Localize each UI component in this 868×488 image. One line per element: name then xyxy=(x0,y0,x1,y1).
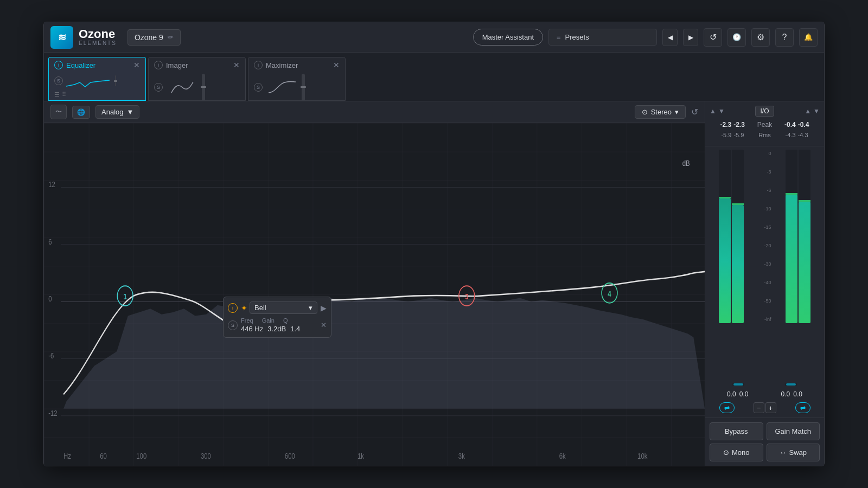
swap-icon: ↔ xyxy=(779,448,786,457)
module-tab-imager[interactable]: i Imager ✕ S ☰ ⠿ xyxy=(148,57,246,101)
stereo-dropdown-icon: ▾ xyxy=(675,108,679,116)
band-popup: i ✦ Bell ▾ ▶ xyxy=(223,297,331,338)
rms-label: Rms xyxy=(758,132,771,138)
rms-in-left-val: -5.9 xyxy=(721,132,731,138)
bypass-button[interactable]: Bypass xyxy=(710,422,763,440)
peak-out-left-val: -0.4 xyxy=(784,121,796,129)
band-dropdown-icon: ▾ xyxy=(309,304,312,312)
module-tab-equalizer[interactable]: i Equalizer ✕ S xyxy=(48,57,146,101)
presets-bar[interactable]: ≡ Presets xyxy=(548,29,657,46)
waveform-view-button[interactable]: 〜 xyxy=(50,105,67,119)
meter-in-left xyxy=(719,150,731,323)
freq-label: Freq xyxy=(241,317,253,324)
q-label: Q xyxy=(283,317,288,324)
svg-text:600: 600 xyxy=(285,451,295,460)
prev-preset-button[interactable]: ◀ xyxy=(662,29,678,46)
gain-value: 3.2dB xyxy=(267,325,286,333)
presets-label: Presets xyxy=(565,33,589,41)
waveform-icon: 〜 xyxy=(55,107,62,117)
swap-button[interactable]: ↔ Swap xyxy=(767,444,820,461)
logo-icon: ≋ xyxy=(50,26,73,49)
notifications-button[interactable]: 🔔 xyxy=(799,28,818,47)
band-bypass-circle[interactable]: i xyxy=(228,303,238,313)
mono-button[interactable]: ⊙ Mono xyxy=(710,444,763,461)
link-out-icon: ⇌ xyxy=(800,404,806,412)
header: ≋ Ozone ELEMENTS Ozone 9 ✏ Master Assist… xyxy=(44,22,824,53)
svg-text:1k: 1k xyxy=(358,451,364,460)
io-label: I/O xyxy=(755,106,774,117)
band-params: Freq Gain Q 446 Hz 3.2dB 1.4 xyxy=(241,317,317,333)
gain-match-button[interactable]: Gain Match xyxy=(767,422,820,440)
preset-name-button[interactable]: Ozone 9 ✏ xyxy=(127,29,181,46)
link-in-button[interactable]: ⇌ xyxy=(719,402,735,413)
reset-button[interactable]: ↺ xyxy=(691,107,698,117)
band-solo-btn[interactable]: S xyxy=(228,320,238,330)
history-button[interactable]: 🕐 xyxy=(727,28,746,47)
stereo-mode-button[interactable]: ⊙ Stereo ▾ xyxy=(635,105,686,119)
analog-mode-select[interactable]: Analog ▼ xyxy=(95,105,139,119)
level-in-right: 0.0 xyxy=(739,390,749,398)
scale-0: 0 xyxy=(758,151,771,156)
bottom-btn-row: ⊙ Mono ↔ Swap xyxy=(710,444,820,461)
minus-button[interactable]: − xyxy=(754,402,764,413)
svg-text:300: 300 xyxy=(201,451,211,460)
scale-6: -6 xyxy=(758,188,771,193)
io-arrow-down[interactable]: ▼ xyxy=(718,107,725,115)
master-assistant-button[interactable]: Master Assistant xyxy=(473,29,543,46)
rms-out-left-val: -4.3 xyxy=(786,132,796,138)
scale-50: -50 xyxy=(758,298,771,304)
brand-subtitle: ELEMENTS xyxy=(79,40,117,46)
meter-out-right xyxy=(799,150,810,323)
eq-solo-icon: S xyxy=(57,78,60,84)
undo-button[interactable]: ↺ xyxy=(704,28,722,47)
plus-button[interactable]: + xyxy=(765,402,776,413)
module-tab-maximizer[interactable]: i Maximizer ✕ S ☰ ⠿ xyxy=(248,57,346,101)
eq-toolbar: 〜 🌐 Analog ▼ ⊙ Stereo ▾ ↺ xyxy=(44,101,705,123)
svg-text:dB: dB xyxy=(682,159,690,168)
io-arrow-up[interactable]: ▲ xyxy=(710,107,716,115)
eq-info-icon: i xyxy=(58,62,59,68)
band-close-button[interactable]: ✕ xyxy=(321,321,327,329)
level-in-left: 0.0 xyxy=(727,390,736,398)
spectrum-view-button[interactable]: 🌐 xyxy=(72,106,90,119)
scale-10: -10 xyxy=(758,206,771,211)
bell-icon: ✦ xyxy=(241,304,247,312)
eq-canvas[interactable]: 12 6 0 -6 -12 dB xyxy=(44,123,705,466)
imager-solo-icon: S xyxy=(157,85,160,90)
svg-text:1: 1 xyxy=(124,292,127,301)
bottom-buttons: Bypass Gain Match ⊙ Mono ↔ Swap xyxy=(705,418,824,466)
band-type-dropdown[interactable]: Bell ▾ xyxy=(250,301,317,314)
help-button[interactable]: ? xyxy=(775,28,794,47)
stereo-icon: ⊙ xyxy=(642,108,648,116)
imager-info-icon: i xyxy=(158,62,159,68)
io-out-arrow-down[interactable]: ▼ xyxy=(813,107,820,115)
io-section: ▲ ▼ I/O ▲ ▼ -2.3 -2.3 Peak xyxy=(705,101,824,146)
level-values-row: 0.0 0.0 0.0 0.0 xyxy=(707,388,822,400)
eq-mini-curve xyxy=(66,73,110,89)
svg-text:100: 100 xyxy=(136,451,146,460)
imager-close-button[interactable]: ✕ xyxy=(233,61,240,69)
mono-label: Mono xyxy=(732,448,750,457)
maximizer-close-button[interactable]: ✕ xyxy=(333,61,340,69)
svg-text:3: 3 xyxy=(465,292,468,301)
svg-text:4: 4 xyxy=(608,290,611,299)
io-out-arrow-up[interactable]: ▲ xyxy=(805,107,811,115)
gain-label: Gain xyxy=(262,317,275,324)
app-window: ≋ Ozone ELEMENTS Ozone 9 ✏ Master Assist… xyxy=(43,22,825,466)
band-expand-arrow[interactable]: ▶ xyxy=(321,304,327,312)
freq-value: 446 Hz xyxy=(241,325,263,333)
link-out-button[interactable]: ⇌ xyxy=(795,402,810,413)
q-value: 1.4 xyxy=(290,325,300,333)
brand-title: Ozone xyxy=(79,28,117,40)
meter-in-right xyxy=(732,150,744,323)
main-area: 〜 🌐 Analog ▼ ⊙ Stereo ▾ ↺ xyxy=(44,101,824,466)
settings-button[interactable]: ⚙ xyxy=(751,28,770,47)
equalizer-close-button[interactable]: ✕ xyxy=(133,61,140,69)
svg-text:0: 0 xyxy=(48,294,52,304)
svg-text:6: 6 xyxy=(48,237,52,246)
level-out-right: 0.0 xyxy=(793,390,802,398)
preset-name-label: Ozone 9 xyxy=(135,33,163,42)
module-strip: i Equalizer ✕ S xyxy=(44,53,824,101)
eq-list-icon: ☰ xyxy=(54,91,60,98)
next-preset-button[interactable]: ▶ xyxy=(683,29,698,46)
